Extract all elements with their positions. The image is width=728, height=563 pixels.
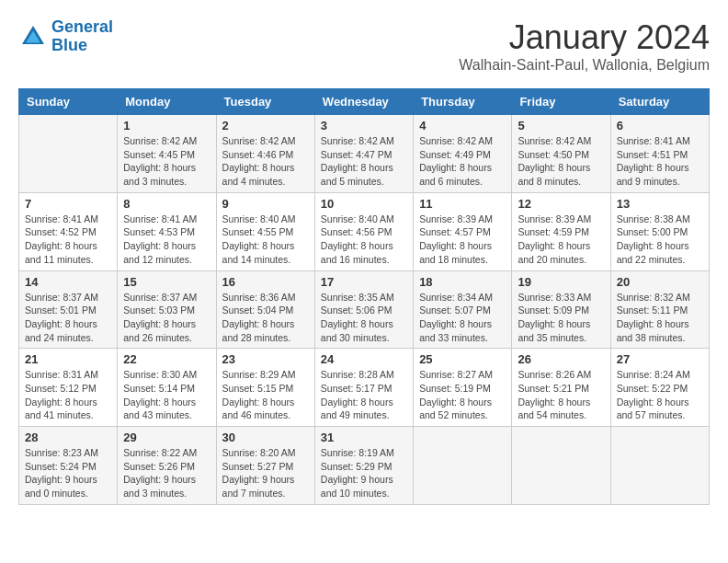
calendar-cell: 4Sunrise: 8:42 AM Sunset: 4:49 PM Daylig… xyxy=(414,115,512,193)
calendar-cell: 18Sunrise: 8:34 AM Sunset: 5:07 PM Dayli… xyxy=(414,270,512,349)
day-number: 20 xyxy=(617,275,703,289)
calendar-cell: 20Sunrise: 8:32 AM Sunset: 5:11 PM Dayli… xyxy=(610,270,709,349)
calendar-cell: 2Sunrise: 8:42 AM Sunset: 4:46 PM Daylig… xyxy=(216,115,314,193)
day-number: 12 xyxy=(518,197,604,211)
location-subtitle: Walhain-Saint-Paul, Wallonia, Belgium xyxy=(459,57,710,74)
day-number: 21 xyxy=(25,352,111,366)
week-row-1: 1Sunrise: 8:42 AM Sunset: 4:45 PM Daylig… xyxy=(19,115,710,193)
day-number: 31 xyxy=(321,431,407,444)
day-number: 17 xyxy=(321,275,407,289)
calendar-cell: 13Sunrise: 8:38 AM Sunset: 5:00 PM Dayli… xyxy=(610,192,709,270)
day-info: Sunrise: 8:30 AM Sunset: 5:14 PM Dayligh… xyxy=(123,368,210,422)
day-number: 5 xyxy=(518,119,604,132)
calendar-cell: 29Sunrise: 8:22 AM Sunset: 5:26 PM Dayli… xyxy=(118,427,216,505)
week-row-5: 28Sunrise: 8:23 AM Sunset: 5:24 PM Dayli… xyxy=(19,427,710,505)
day-info: Sunrise: 8:42 AM Sunset: 4:47 PM Dayligh… xyxy=(321,134,407,189)
day-number: 30 xyxy=(222,431,309,444)
day-info: Sunrise: 8:20 AM Sunset: 5:27 PM Dayligh… xyxy=(222,446,309,500)
header-sunday: Sunday xyxy=(19,89,118,115)
header-saturday: Saturday xyxy=(610,89,709,115)
day-info: Sunrise: 8:37 AM Sunset: 5:01 PM Dayligh… xyxy=(25,291,111,345)
calendar-cell: 27Sunrise: 8:24 AM Sunset: 5:22 PM Dayli… xyxy=(610,349,709,427)
day-info: Sunrise: 8:19 AM Sunset: 5:29 PM Dayligh… xyxy=(321,446,407,500)
calendar-cell: 26Sunrise: 8:26 AM Sunset: 5:21 PM Dayli… xyxy=(512,349,610,427)
calendar-cell: 1Sunrise: 8:42 AM Sunset: 4:45 PM Daylig… xyxy=(118,115,216,193)
day-info: Sunrise: 8:41 AM Sunset: 4:52 PM Dayligh… xyxy=(25,213,111,267)
day-number: 27 xyxy=(617,352,703,366)
day-number: 1 xyxy=(123,119,210,132)
day-number: 22 xyxy=(123,352,210,366)
day-info: Sunrise: 8:39 AM Sunset: 4:57 PM Dayligh… xyxy=(419,213,506,267)
header-friday: Friday xyxy=(512,89,610,115)
day-info: Sunrise: 8:42 AM Sunset: 4:49 PM Dayligh… xyxy=(419,134,506,189)
calendar-cell: 6Sunrise: 8:41 AM Sunset: 4:51 PM Daylig… xyxy=(610,115,709,193)
day-number: 13 xyxy=(617,197,703,211)
day-number: 10 xyxy=(321,197,407,211)
header-tuesday: Tuesday xyxy=(216,89,314,115)
title-block: January 2024 Walhain-Saint-Paul, Walloni… xyxy=(459,18,710,74)
day-info: Sunrise: 8:42 AM Sunset: 4:46 PM Dayligh… xyxy=(222,134,309,189)
day-info: Sunrise: 8:24 AM Sunset: 5:22 PM Dayligh… xyxy=(617,368,703,422)
day-number: 15 xyxy=(123,275,210,289)
day-number: 18 xyxy=(419,275,506,289)
day-info: Sunrise: 8:26 AM Sunset: 5:21 PM Dayligh… xyxy=(518,368,604,422)
logo-line2: Blue xyxy=(51,36,87,54)
page-header: General Blue January 2024 Walhain-Saint-… xyxy=(18,18,710,74)
calendar-cell: 15Sunrise: 8:37 AM Sunset: 5:03 PM Dayli… xyxy=(118,270,216,349)
calendar-cell: 12Sunrise: 8:39 AM Sunset: 4:59 PM Dayli… xyxy=(512,192,610,270)
day-info: Sunrise: 8:36 AM Sunset: 5:04 PM Dayligh… xyxy=(222,291,309,345)
calendar-cell: 17Sunrise: 8:35 AM Sunset: 5:06 PM Dayli… xyxy=(314,270,413,349)
calendar-cell: 28Sunrise: 8:23 AM Sunset: 5:24 PM Dayli… xyxy=(19,427,118,505)
weekday-header-row: SundayMondayTuesdayWednesdayThursdayFrid… xyxy=(19,89,710,115)
day-info: Sunrise: 8:40 AM Sunset: 4:55 PM Dayligh… xyxy=(222,213,309,267)
day-number: 9 xyxy=(222,197,309,211)
logo-line1: General xyxy=(51,17,113,36)
day-number: 23 xyxy=(222,352,309,366)
calendar-cell: 11Sunrise: 8:39 AM Sunset: 4:57 PM Dayli… xyxy=(414,192,512,270)
calendar-cell: 22Sunrise: 8:30 AM Sunset: 5:14 PM Dayli… xyxy=(118,349,216,427)
calendar-cell: 10Sunrise: 8:40 AM Sunset: 4:56 PM Dayli… xyxy=(314,192,413,270)
day-number: 14 xyxy=(25,275,111,289)
logo-icon xyxy=(18,22,48,52)
day-number: 19 xyxy=(518,275,604,289)
calendar-cell: 31Sunrise: 8:19 AM Sunset: 5:29 PM Dayli… xyxy=(314,427,413,505)
day-number: 16 xyxy=(222,275,309,289)
day-info: Sunrise: 8:35 AM Sunset: 5:06 PM Dayligh… xyxy=(321,291,407,345)
calendar-cell: 9Sunrise: 8:40 AM Sunset: 4:55 PM Daylig… xyxy=(216,192,314,270)
day-info: Sunrise: 8:28 AM Sunset: 5:17 PM Dayligh… xyxy=(321,368,407,422)
day-number: 26 xyxy=(518,352,604,366)
day-number: 29 xyxy=(123,431,210,444)
day-number: 6 xyxy=(617,119,703,132)
calendar-cell: 21Sunrise: 8:31 AM Sunset: 5:12 PM Dayli… xyxy=(19,349,118,427)
day-info: Sunrise: 8:38 AM Sunset: 5:00 PM Dayligh… xyxy=(617,213,703,267)
day-number: 2 xyxy=(222,119,309,132)
calendar-cell xyxy=(610,427,709,505)
day-number: 11 xyxy=(419,197,506,211)
day-info: Sunrise: 8:39 AM Sunset: 4:59 PM Dayligh… xyxy=(518,213,604,267)
calendar-table: SundayMondayTuesdayWednesdayThursdayFrid… xyxy=(18,88,710,505)
logo-text: General Blue xyxy=(51,18,113,55)
day-info: Sunrise: 8:42 AM Sunset: 4:45 PM Dayligh… xyxy=(123,134,210,189)
calendar-cell: 5Sunrise: 8:42 AM Sunset: 4:50 PM Daylig… xyxy=(512,115,610,193)
calendar-cell: 16Sunrise: 8:36 AM Sunset: 5:04 PM Dayli… xyxy=(216,270,314,349)
day-number: 25 xyxy=(419,352,506,366)
day-number: 7 xyxy=(25,197,111,211)
day-number: 8 xyxy=(123,197,210,211)
day-number: 3 xyxy=(321,119,407,132)
week-row-3: 14Sunrise: 8:37 AM Sunset: 5:01 PM Dayli… xyxy=(19,270,710,349)
day-info: Sunrise: 8:29 AM Sunset: 5:15 PM Dayligh… xyxy=(222,368,309,422)
day-info: Sunrise: 8:37 AM Sunset: 5:03 PM Dayligh… xyxy=(123,291,210,345)
day-info: Sunrise: 8:23 AM Sunset: 5:24 PM Dayligh… xyxy=(25,446,111,500)
calendar-cell xyxy=(414,427,512,505)
day-info: Sunrise: 8:42 AM Sunset: 4:50 PM Dayligh… xyxy=(518,134,604,189)
calendar-cell: 7Sunrise: 8:41 AM Sunset: 4:52 PM Daylig… xyxy=(19,192,118,270)
day-info: Sunrise: 8:41 AM Sunset: 4:53 PM Dayligh… xyxy=(123,213,210,267)
day-info: Sunrise: 8:34 AM Sunset: 5:07 PM Dayligh… xyxy=(419,291,506,345)
calendar-cell: 25Sunrise: 8:27 AM Sunset: 5:19 PM Dayli… xyxy=(414,349,512,427)
day-info: Sunrise: 8:27 AM Sunset: 5:19 PM Dayligh… xyxy=(419,368,506,422)
calendar-cell: 30Sunrise: 8:20 AM Sunset: 5:27 PM Dayli… xyxy=(216,427,314,505)
logo: General Blue xyxy=(18,18,113,55)
calendar-cell: 14Sunrise: 8:37 AM Sunset: 5:01 PM Dayli… xyxy=(19,270,118,349)
day-number: 4 xyxy=(419,119,506,132)
calendar-cell: 3Sunrise: 8:42 AM Sunset: 4:47 PM Daylig… xyxy=(314,115,413,193)
